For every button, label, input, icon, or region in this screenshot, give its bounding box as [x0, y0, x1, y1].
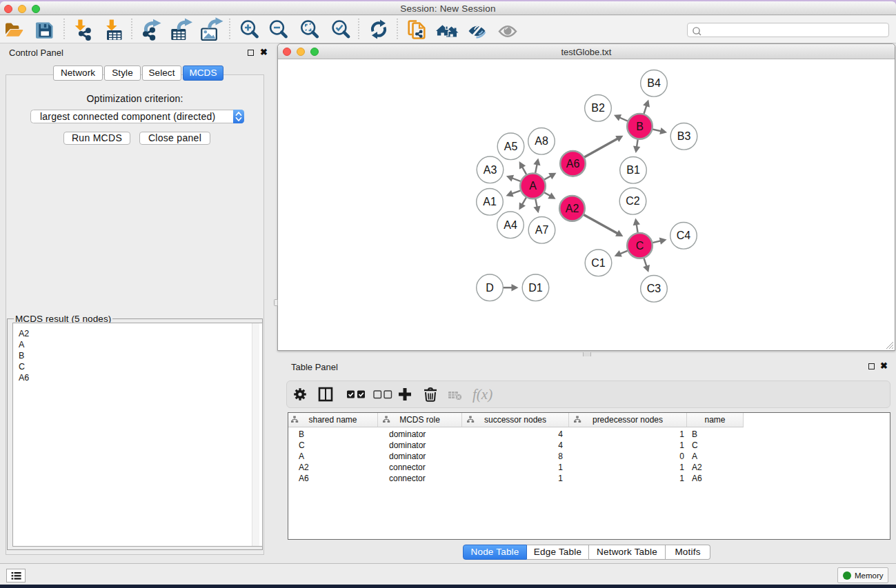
svg-text:f(x): f(x)	[472, 386, 492, 403]
svg-text:C2: C2	[626, 195, 640, 207]
svg-text:A: A	[529, 180, 537, 192]
svg-text:A7: A7	[535, 224, 549, 236]
svg-text:B4: B4	[647, 77, 661, 89]
svg-text:A6: A6	[566, 158, 580, 170]
svg-text:A2: A2	[566, 203, 579, 214]
svg-text:D1: D1	[528, 282, 543, 294]
svg-text:C1: C1	[591, 257, 606, 269]
svg-text:B3: B3	[677, 130, 691, 142]
svg-text:A4: A4	[504, 219, 517, 231]
svg-text:A3: A3	[484, 164, 497, 176]
svg-text:C4: C4	[677, 230, 691, 241]
svg-text:B: B	[636, 121, 644, 132]
svg-text:C: C	[636, 240, 644, 252]
svg-text:D: D	[486, 282, 494, 294]
svg-text:A8: A8	[535, 135, 548, 147]
svg-text:A1: A1	[483, 196, 497, 207]
svg-text:C3: C3	[647, 283, 661, 294]
svg-text:B2: B2	[591, 102, 605, 114]
svg-text:A5: A5	[504, 141, 518, 152]
svg-text:B1: B1	[626, 164, 640, 176]
